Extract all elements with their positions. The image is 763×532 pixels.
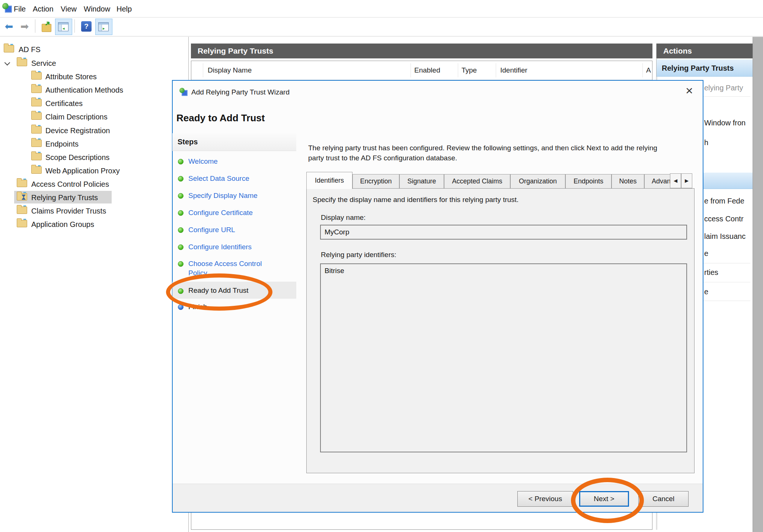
- tab-encryption[interactable]: Encryption: [352, 174, 399, 188]
- step-configure-identifiers: Configure Identifiers: [188, 242, 252, 252]
- tab-scroll-right-icon[interactable]: ▶: [681, 173, 692, 188]
- tab-identifiers[interactable]: Identifiers: [306, 172, 352, 189]
- folder-icon: [17, 206, 27, 214]
- previous-button[interactable]: < Previous: [517, 491, 573, 507]
- folder-icon: [17, 180, 27, 187]
- step-bullet: [178, 159, 183, 164]
- folder-icon: [31, 166, 42, 174]
- toolbar-divider-2: [74, 19, 75, 33]
- action-item-fragment[interactable]: rties: [704, 267, 718, 277]
- close-icon[interactable]: ×: [683, 84, 696, 97]
- step-bullet: [178, 261, 183, 267]
- tab-organization[interactable]: Organization: [510, 174, 565, 188]
- annotation-circle-current-step: [166, 273, 272, 311]
- toolbar-separator: [0, 36, 763, 36]
- step-choose-access-control-policy: Choose Access Control Policy: [188, 259, 274, 269]
- identifiers-listbox[interactable]: Bitrise: [320, 263, 687, 452]
- back-icon[interactable]: ⬅: [1, 19, 16, 34]
- column-header-access-control[interactable]: A: [646, 61, 651, 80]
- column-header-identifier[interactable]: Identifier: [500, 61, 527, 80]
- column-separator: [496, 63, 496, 77]
- window-edge-scrollbar: [753, 37, 763, 532]
- column-header-display-name[interactable]: Display Name: [208, 61, 252, 80]
- step-select-data-source: Select Data Source: [188, 174, 249, 183]
- folder-icon: [17, 59, 27, 66]
- tab-notes[interactable]: Notes: [612, 174, 644, 188]
- folder-busy-icon: [17, 193, 27, 201]
- export-icon[interactable]: ➜: [39, 19, 54, 34]
- wizard-title: Add Relying Party Trust Wizard: [191, 88, 290, 96]
- step-specify-display-name: Specify Display Name: [188, 191, 258, 201]
- action-item-fragment[interactable]: Window fron: [704, 118, 746, 128]
- action-item-fragment[interactable]: elying Party: [704, 83, 743, 93]
- column-separator: [203, 63, 203, 77]
- tab-accepted-claims[interactable]: Accepted Claims: [444, 174, 510, 188]
- column-separator: [458, 63, 458, 77]
- identifier-list-item[interactable]: Bitrise: [321, 264, 686, 278]
- action-item-fragment[interactable]: laim Issuanc: [704, 231, 746, 241]
- show-action-pane-icon[interactable]: ▸: [95, 19, 112, 35]
- tab-instruction: Specify the display name and identifiers…: [313, 196, 518, 204]
- relying-party-identifiers-label: Relying party identifiers:: [321, 251, 396, 259]
- column-header-enabled[interactable]: Enabled: [414, 61, 440, 80]
- folder-icon: [31, 86, 42, 93]
- tab-scroll-left-icon[interactable]: ◀: [670, 173, 681, 188]
- wizard-intro-text: The relying party trust has been configu…: [308, 143, 662, 163]
- forward-icon[interactable]: ➡: [17, 19, 32, 34]
- toolbar-divider: [35, 19, 35, 33]
- step-welcome: Welcome: [188, 157, 218, 166]
- menu-item-file[interactable]: File: [14, 3, 26, 15]
- wizard-icon: [179, 88, 188, 96]
- column-header-type[interactable]: Type: [462, 61, 477, 80]
- action-item-fragment[interactable]: e: [704, 287, 708, 297]
- app-icon: [2, 3, 12, 13]
- menu-item-window[interactable]: Window: [84, 3, 110, 15]
- folder-icon: [31, 99, 42, 106]
- actions-panel-title: Actions: [657, 44, 753, 58]
- folder-icon: [31, 72, 42, 80]
- annotation-circle-next-button: [571, 478, 644, 523]
- list-panel-title: Relying Party Trusts: [191, 44, 652, 58]
- folder-icon: [31, 112, 42, 120]
- actions-group-header: Relying Party Trusts: [657, 60, 753, 77]
- tab-signature[interactable]: Signature: [399, 174, 444, 188]
- step-bullet: [178, 210, 183, 216]
- step-configure-certificate: Configure Certificate: [188, 208, 253, 218]
- adfs-console-window: File Action View Window Help ⬅ ➡ ➜ ◂ ? ▸…: [0, 0, 763, 532]
- steps-header: Steps: [172, 133, 296, 151]
- show-console-tree-icon[interactable]: ◂: [55, 19, 72, 35]
- step-bullet: [178, 227, 183, 233]
- display-name-input[interactable]: [320, 225, 687, 240]
- display-name-label: Display name:: [321, 214, 365, 222]
- chevron-down-icon[interactable]: [4, 60, 10, 66]
- action-item-fragment[interactable]: ccess Contr: [704, 214, 744, 224]
- menu-item-view[interactable]: View: [61, 3, 77, 15]
- action-item-fragment[interactable]: e: [704, 249, 708, 258]
- folder-icon: [4, 45, 14, 52]
- step-configure-url: Configure URL: [188, 225, 235, 235]
- column-separator: [642, 63, 643, 77]
- action-item-fragment[interactable]: h: [704, 138, 708, 147]
- step-bullet: [178, 193, 183, 199]
- folder-icon: [17, 220, 27, 227]
- action-item-fragment[interactable]: e from Fede: [704, 196, 744, 206]
- folder-icon: [31, 153, 42, 160]
- column-separator: [411, 63, 411, 77]
- wizard-heading: Ready to Add Trust: [176, 112, 265, 124]
- folder-icon: [31, 140, 42, 147]
- step-bullet: [178, 244, 183, 250]
- menu-item-action[interactable]: Action: [33, 3, 54, 15]
- tab-endpoints[interactable]: Endpoints: [565, 174, 612, 188]
- menu-item-help[interactable]: Help: [116, 3, 132, 15]
- menu-separator: [0, 17, 763, 17]
- step-bullet: [178, 176, 183, 182]
- folder-icon: [31, 126, 42, 134]
- cancel-button[interactable]: Cancel: [638, 491, 689, 507]
- help-icon[interactable]: ?: [79, 19, 94, 34]
